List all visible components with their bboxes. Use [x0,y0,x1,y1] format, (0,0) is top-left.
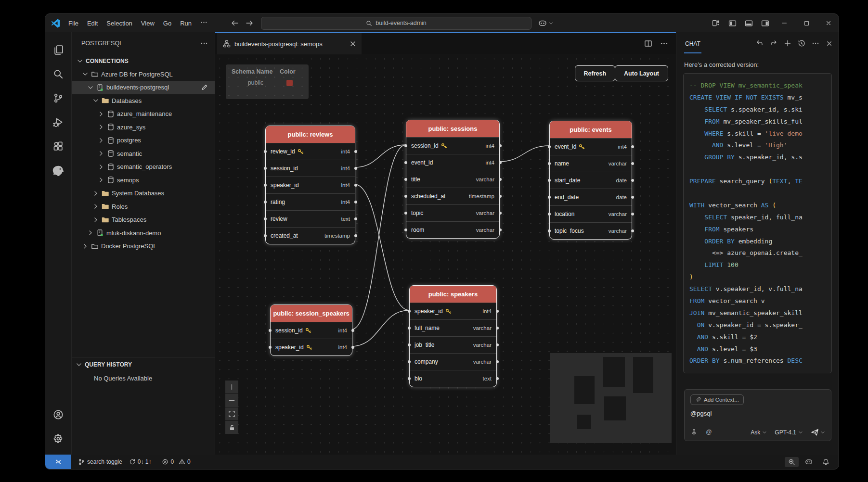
connection-handle[interactable] [351,329,354,332]
connection-handle[interactable] [496,343,499,346]
connection-handle[interactable] [354,217,357,220]
tree-item-postgres[interactable]: postgres [72,134,215,147]
chat-history-button[interactable] [798,39,805,47]
undo-button[interactable] [756,39,764,47]
remote-indicator[interactable] [45,455,71,469]
menu-edit[interactable]: Edit [83,18,102,29]
activity-postgresql[interactable] [47,158,70,182]
accounts-button[interactable] [47,403,70,427]
activity-run-debug[interactable] [47,110,70,134]
connection-handle[interactable] [404,228,407,231]
connection-handle[interactable] [631,196,634,199]
connection-handle[interactable] [354,167,357,170]
auto-layout-button[interactable]: Auto Layout [615,65,668,81]
maximize-button[interactable] [796,14,816,32]
diagram-table-public-events[interactable]: public: eventsevent_idint4namevarcharsta… [549,121,632,240]
connection-handle[interactable] [548,196,551,199]
connection-handle[interactable] [354,201,357,203]
connection-handle[interactable] [269,329,272,332]
refresh-button[interactable]: Refresh [575,65,616,81]
schema-row-public[interactable]: public [232,79,303,86]
close-window-button[interactable] [818,14,839,32]
connection-handle[interactable] [499,178,502,181]
diagram-table-public-sessions[interactable]: public: sessionssession_idint4event_idin… [406,120,500,239]
tree-item-semantic[interactable]: semantic [72,147,215,161]
mention-button[interactable]: @ [705,429,713,436]
tree-item-connections[interactable]: CONNECTIONS [72,54,215,68]
activity-search[interactable] [47,62,70,86]
menu-go[interactable]: Go [159,18,176,29]
connection-handle[interactable] [404,212,407,215]
tree-item-databases[interactable]: Databases [72,94,215,108]
diagram-minimap[interactable] [550,353,672,443]
split-editor-button[interactable] [644,39,652,48]
connection-handle[interactable] [404,178,407,181]
connection-handle[interactable] [408,310,411,313]
tree-item-docker-postgresql[interactable]: Docker PostgreSQL [72,240,215,253]
connection-handle[interactable] [264,184,267,187]
diagram-canvas[interactable]: Schema Name Color public Refresh Auto La… [215,54,676,455]
sidebar-more-button[interactable] [200,39,208,47]
menu-run[interactable]: Run [176,18,196,29]
minimize-button[interactable] [774,14,794,32]
tree-item-roles[interactable]: Roles [72,200,215,214]
send-button[interactable] [811,428,825,436]
copilot-status-button[interactable] [802,457,816,467]
customize-layout-button[interactable] [709,16,723,30]
connection-handle[interactable] [264,201,267,203]
diagram-table-public-reviews[interactable]: public: reviewsreview_idint4session_idin… [265,126,355,244]
connection-handle[interactable] [496,327,499,330]
activity-explorer[interactable] [47,38,70,62]
connection-handle[interactable] [354,234,357,237]
sync-status[interactable]: 0↓ 1↑ [129,458,152,465]
connection-handle[interactable] [631,179,634,182]
connection-handle[interactable] [631,145,634,148]
tree-item-buildevents-postgresql[interactable]: buildevents-postgresql [72,81,215,94]
zoom-in-button[interactable] [225,381,238,393]
problems-status[interactable]: 0 0 [162,458,190,465]
zoom-status-button[interactable] [785,457,799,467]
connection-handle[interactable] [404,144,407,147]
mic-button[interactable] [690,429,698,436]
connection-handle[interactable] [631,162,634,165]
connection-handle[interactable] [631,229,634,232]
model-dropdown[interactable]: GPT-4.1 [775,429,803,436]
toggle-panel-button[interactable] [741,16,756,30]
lock-button[interactable] [225,421,238,434]
connection-handle[interactable] [496,377,499,380]
editor-more-button[interactable] [660,39,668,48]
tree-item-semantic-operators[interactable]: semantic_operators [72,160,215,174]
toggle-secondary-sidebar-button[interactable] [758,16,772,30]
toggle-sidebar-button[interactable] [725,16,739,30]
connection-handle[interactable] [264,234,267,237]
back-button[interactable] [231,19,239,27]
chat-input-box[interactable]: Add Context... @pgsql @ Ask GPT-4.1 [684,389,831,441]
query-history-header[interactable]: QUERY HISTORY [72,357,215,372]
tab-schema-designer[interactable]: buildevents-postgresql: semops [217,33,362,54]
connection-handle[interactable] [496,310,499,313]
connection-handle[interactable] [408,360,411,363]
connection-handle[interactable] [264,150,267,153]
notifications-button[interactable] [819,457,833,467]
fit-view-button[interactable] [225,407,238,420]
pencil-icon[interactable] [201,84,208,91]
branch-status[interactable]: search-toggle [78,458,122,466]
connection-handle[interactable] [548,229,551,232]
diagram-table-public-speakers[interactable]: public: speakersspeaker_idint4full_namev… [409,285,497,387]
connection-handle[interactable] [269,346,272,349]
connection-handle[interactable] [354,150,357,153]
connection-handle[interactable] [404,195,407,198]
connection-handle[interactable] [496,360,499,363]
tree-item-mluk-diskann-demo[interactable]: mluk-diskann-demo [72,227,215,240]
tree-item-azure-maintenance[interactable]: azure_maintenance [72,107,215,121]
connection-handle[interactable] [548,213,551,216]
connection-handle[interactable] [631,213,634,216]
connection-handle[interactable] [548,179,551,182]
tree-item-tablespaces[interactable]: Tablespaces [72,213,215,227]
forward-button[interactable] [246,19,253,27]
tree-item-system-databases[interactable]: System Databases [72,187,215,200]
copilot-menu[interactable] [538,19,554,27]
menu-file[interactable]: File [64,18,83,29]
new-chat-button[interactable] [784,39,791,47]
menu-selection[interactable]: Selection [102,18,136,29]
